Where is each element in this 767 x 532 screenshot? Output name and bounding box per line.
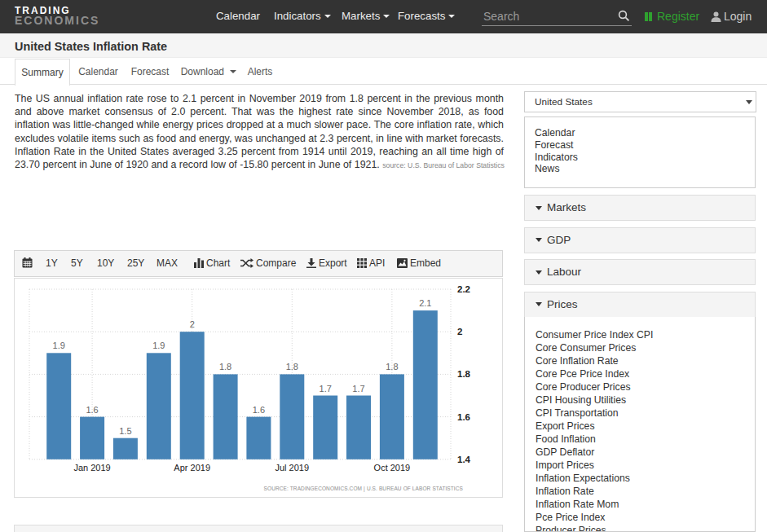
svg-text:1.6: 1.6: [253, 405, 265, 415]
svg-text:1.8: 1.8: [386, 362, 398, 372]
svg-text:Apr 2019: Apr 2019: [174, 463, 210, 473]
svg-text:1.5: 1.5: [119, 426, 131, 436]
svg-text:1.6: 1.6: [457, 412, 470, 422]
svg-text:2.2: 2.2: [457, 284, 470, 294]
svg-text:Jul 2019: Jul 2019: [276, 463, 310, 473]
svg-text:1.8: 1.8: [457, 369, 471, 379]
svg-text:1.9: 1.9: [152, 341, 165, 350]
svg-text:1.7: 1.7: [320, 384, 332, 394]
svg-text:2: 2: [457, 327, 462, 336]
svg-text:1.4: 1.4: [457, 455, 471, 464]
svg-text:Oct 2019: Oct 2019: [374, 463, 411, 473]
svg-text:1.6: 1.6: [86, 405, 98, 415]
svg-text:Jan 2019: Jan 2019: [73, 463, 110, 473]
svg-text:1.8: 1.8: [219, 362, 231, 372]
svg-text:2.1: 2.1: [419, 298, 431, 308]
svg-text:1.9: 1.9: [53, 341, 65, 350]
svg-text:SOURCE: TRADINGECONOMICS.COM |: SOURCE: TRADINGECONOMICS.COM | U.S. BURE…: [264, 486, 464, 492]
svg-text:1.7: 1.7: [352, 384, 364, 394]
svg-text:1.8: 1.8: [286, 362, 298, 372]
svg-text:2: 2: [190, 319, 195, 329]
